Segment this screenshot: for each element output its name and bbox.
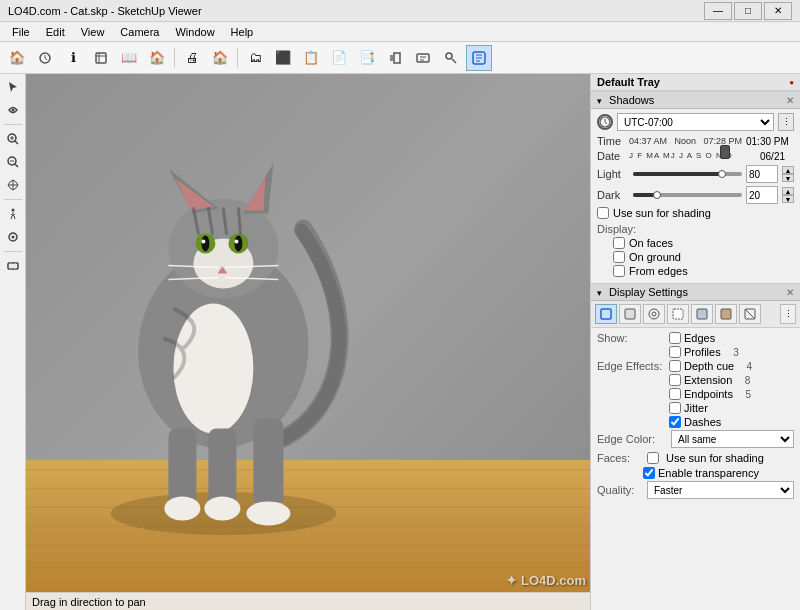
toolbar-btn-5[interactable]: 🏠 xyxy=(144,45,170,71)
from-edges-checkbox[interactable] xyxy=(613,265,625,277)
utc-select[interactable]: UTC-07:00 UTC-05:00 UTC+00:00 xyxy=(617,113,774,131)
ds-btn-edges[interactable] xyxy=(595,304,617,324)
svg-rect-11 xyxy=(8,263,18,269)
light-spin-down[interactable]: ▼ xyxy=(782,174,794,182)
extension-label: Extension xyxy=(684,374,732,386)
dark-fill xyxy=(633,193,655,197)
tool-zoom[interactable] xyxy=(2,128,24,150)
dark-spin-up[interactable]: ▲ xyxy=(782,187,794,195)
time-thumb xyxy=(720,145,730,159)
dark-track[interactable] xyxy=(633,193,742,197)
tool-look-around[interactable] xyxy=(2,226,24,248)
light-spin-up[interactable]: ▲ xyxy=(782,166,794,174)
on-faces-checkbox[interactable] xyxy=(613,237,625,249)
endpoints-checkbox[interactable] xyxy=(669,388,681,400)
titlebar-controls: — □ ✕ xyxy=(704,2,792,20)
shadows-close[interactable]: ✕ xyxy=(786,95,794,106)
depth-cue-checkbox[interactable] xyxy=(669,360,681,372)
dark-spin: ▲ ▼ xyxy=(782,187,794,203)
tool-zoom-out[interactable] xyxy=(2,151,24,173)
toolbar-btn-14[interactable] xyxy=(410,45,436,71)
toolbar-btn-9[interactable]: ⬛ xyxy=(270,45,296,71)
menu-camera[interactable]: Camera xyxy=(112,24,167,40)
edge-effects-row: Edge Effects: Depth cue 4 xyxy=(597,360,794,372)
tool-walk[interactable] xyxy=(2,203,24,225)
viewport[interactable]: Drag in direction to pan ✦ LO4D.com xyxy=(26,74,590,610)
jitter-checkbox[interactable] xyxy=(669,402,681,414)
toolbar-btn-2[interactable]: ℹ xyxy=(60,45,86,71)
tool-pan[interactable] xyxy=(2,174,24,196)
edge-color-label: Edge Color: xyxy=(597,433,667,445)
ds-btn-monochrome[interactable] xyxy=(739,304,761,324)
minimize-button[interactable]: — xyxy=(704,2,732,20)
tool-section[interactable] xyxy=(2,255,24,277)
menu-view[interactable]: View xyxy=(73,24,113,40)
ds-btn-xray[interactable] xyxy=(643,304,665,324)
depth-cue-num: 4 xyxy=(738,361,752,372)
toolbar-btn-active[interactable] xyxy=(466,45,492,71)
menu-edit[interactable]: Edit xyxy=(38,24,73,40)
tool-select[interactable] xyxy=(2,76,24,98)
left-toolbar xyxy=(0,74,26,610)
shadows-label: Shadows xyxy=(609,94,654,106)
toolbar-btn-0[interactable]: 🏠 xyxy=(4,45,30,71)
dark-value[interactable] xyxy=(746,186,778,204)
svg-point-8 xyxy=(11,209,14,212)
date-form-row: Date J F MA MJ J A S O N D xyxy=(597,150,794,162)
scene-canvas xyxy=(26,74,590,610)
toolbar-btn-15[interactable] xyxy=(438,45,464,71)
svg-point-10 xyxy=(11,236,14,239)
svg-rect-14 xyxy=(625,309,635,319)
time-start: 04:37 AM xyxy=(629,136,667,146)
maximize-button[interactable]: □ xyxy=(734,2,762,20)
toolbar-btn-6[interactable]: 🖨 xyxy=(179,45,205,71)
display-settings-toolbar: ⋮ xyxy=(591,301,800,328)
on-ground-checkbox[interactable] xyxy=(613,251,625,263)
toolbar-btn-12[interactable]: 📑 xyxy=(354,45,380,71)
edge-color-select[interactable]: All same By material By axis xyxy=(671,430,794,448)
menu-window[interactable]: Window xyxy=(167,24,222,40)
svg-rect-13 xyxy=(601,309,611,319)
panel-title: Default Tray xyxy=(597,76,660,88)
tool-orbit[interactable] xyxy=(2,99,24,121)
ds-btn-faces[interactable] xyxy=(619,304,641,324)
dashes-checkbox[interactable] xyxy=(669,416,681,428)
time-noon: Noon xyxy=(674,136,696,146)
toolbar-btn-10[interactable]: 📋 xyxy=(298,45,324,71)
transparency-row: Enable transparency xyxy=(597,467,794,479)
ds-btn-textured[interactable] xyxy=(715,304,737,324)
toolbar-btn-3[interactable] xyxy=(88,45,114,71)
svg-rect-2 xyxy=(417,54,429,62)
close-button[interactable]: ✕ xyxy=(764,2,792,20)
toolbar-btn-7[interactable]: 🏠 xyxy=(207,45,233,71)
toolbar-btn-8[interactable]: 🗂 xyxy=(242,45,268,71)
shadows-section-header[interactable]: ▾ Shadows ✕ xyxy=(591,91,800,109)
light-spin: ▲ ▼ xyxy=(782,166,794,182)
transparency-checkbox[interactable] xyxy=(643,467,655,479)
ds-btn-shaded[interactable] xyxy=(691,304,713,324)
toolbar-btn-1[interactable] xyxy=(32,45,58,71)
ds-settings-btn[interactable]: ⋮ xyxy=(780,304,796,324)
use-sun-checkbox[interactable] xyxy=(597,207,609,219)
display-settings-close[interactable]: ✕ xyxy=(786,287,794,298)
extension-checkbox[interactable] xyxy=(669,374,681,386)
faces-sun-checkbox[interactable] xyxy=(647,452,659,464)
dark-spin-down[interactable]: ▼ xyxy=(782,195,794,203)
toolbar-btn-4[interactable]: 📖 xyxy=(116,45,142,71)
light-track[interactable] xyxy=(633,172,742,176)
display-settings-section-header[interactable]: ▾ Display Settings ✕ xyxy=(591,283,800,301)
utc-settings-btn[interactable]: ⋮ xyxy=(778,113,794,131)
menu-help[interactable]: Help xyxy=(223,24,262,40)
ds-btn-hidden-line[interactable] xyxy=(667,304,689,324)
toolbar-btn-13[interactable] xyxy=(382,45,408,71)
menu-file[interactable]: File xyxy=(4,24,38,40)
use-sun-label: Use sun for shading xyxy=(613,207,711,219)
profiles-checkbox[interactable] xyxy=(669,346,681,358)
on-faces-label: On faces xyxy=(629,237,673,249)
show-edges-checkbox[interactable] xyxy=(669,332,681,344)
light-value[interactable] xyxy=(746,165,778,183)
quality-select[interactable]: Faster Nicer xyxy=(647,481,794,499)
toolbar-btn-11[interactable]: 📄 xyxy=(326,45,352,71)
display-settings-label: Display Settings xyxy=(609,286,688,298)
dark-row: Dark ▲ ▼ xyxy=(597,186,794,204)
